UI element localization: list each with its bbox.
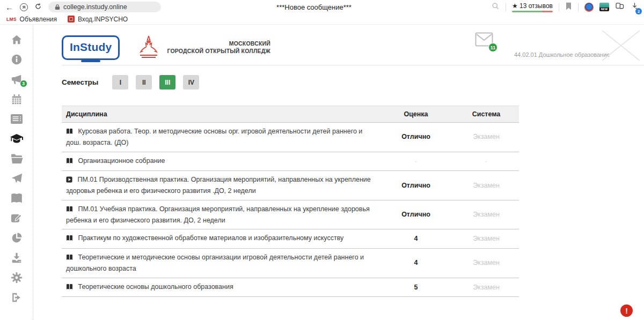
svg-text:я: я — [12, 196, 14, 199]
grade-value: Отлично — [378, 123, 453, 152]
bookmark-label: Вход.INPSYCHO — [78, 16, 128, 23]
semester-button-IV[interactable]: IV — [183, 75, 199, 90]
book-icon — [66, 283, 73, 293]
extension-lens-icon[interactable] — [584, 3, 594, 12]
lock-icon — [55, 4, 60, 10]
svg-text:A: A — [18, 196, 21, 200]
sidebar-item-settings[interactable] — [9, 271, 25, 284]
semester-button-II[interactable]: II — [136, 75, 152, 90]
lms-favicon: LMS — [6, 17, 17, 22]
page-title: ***Новое сообщение*** — [161, 3, 467, 11]
sidebar-item-grades[interactable] — [9, 132, 25, 145]
new-badge: NEW — [599, 8, 609, 11]
semester-selector: Семестры IIIIIIIV — [62, 75, 644, 90]
error-notification-icon[interactable]: ! — [620, 304, 633, 317]
downloads-button[interactable]: 2 — [631, 2, 639, 12]
reviews-count: 13 отзывов — [519, 2, 553, 10]
college-logo: МОСКОВСКИЙ ГОРОДСКОЙ ОТКРЫТЫЙ КОЛЛЕДЖ — [135, 34, 270, 62]
sidebar-item-logout[interactable] — [9, 291, 25, 304]
page-header: InStudy МОСКОВСКИЙ ГОРОДСКОЙ ОТКРЫТЫЙ КО… — [62, 30, 644, 65]
table-row[interactable]: Теоретические основы дошкольного образов… — [62, 278, 519, 297]
refresh-icon[interactable] — [34, 3, 42, 11]
grade-value: Отлично — [378, 200, 453, 229]
grade-value: 4 — [378, 229, 453, 249]
discipline-name: Организационное собрание — [78, 157, 165, 165]
sidebar-item-messages[interactable] — [9, 172, 25, 185]
divider — [578, 3, 579, 11]
edit-icon — [10, 212, 23, 224]
bookmarks-bar: LMS Объявления Вход.INPSYCHO — [0, 14, 644, 25]
search-icon[interactable] — [492, 2, 500, 12]
play-icon — [66, 176, 72, 186]
book-icon — [66, 205, 73, 215]
sidebar: 3 Aя — [0, 25, 33, 320]
browser-toolbar: ← Я college.instudy.online ***Новое сооб… — [0, 0, 644, 14]
home-icon — [10, 34, 23, 46]
bookmark-announcements[interactable]: LMS Объявления — [6, 16, 57, 23]
gear-icon — [11, 272, 23, 284]
semester-button-I[interactable]: I — [112, 75, 128, 90]
sidebar-item-announcements[interactable]: 3 — [9, 72, 25, 86]
book-icon — [66, 254, 73, 264]
messages-button[interactable]: 11 — [475, 32, 493, 49]
column-system: Система — [453, 106, 519, 123]
info-icon — [11, 54, 23, 65]
grade-value: - — [378, 152, 453, 171]
college-tower-icon — [135, 34, 163, 62]
discipline-name: ПМ.01 Учебная практика. Организация меро… — [66, 205, 370, 224]
system-value: Экзамен — [453, 123, 519, 152]
reviews-widget[interactable]: ★ 13 отзывов — [512, 2, 553, 12]
discipline-name: Практикум по художественной обработке ма… — [78, 234, 343, 242]
divider — [559, 3, 559, 11]
table-row[interactable]: Теоретические и методические основы орга… — [62, 249, 519, 278]
table-row[interactable]: ПМ.01 Производственная практика. Организ… — [62, 171, 519, 200]
grades-table: Дисциплина Оценка Система Курсовая работ… — [62, 106, 519, 297]
close-icon[interactable] — [598, 28, 644, 65]
system-value: - — [453, 152, 519, 171]
bookmark-inpsycho[interactable]: Вход.INPSYCHO — [68, 16, 128, 23]
sidebar-item-calendar[interactable] — [9, 92, 25, 106]
system-value: Экзамен — [453, 229, 519, 249]
book-icon — [66, 157, 73, 167]
sidebar-item-translate[interactable]: Aя — [9, 191, 25, 205]
sidebar-item-journal[interactable] — [9, 112, 25, 125]
sidebar-item-info[interactable] — [9, 53, 25, 66]
instudy-logo: InStudy — [62, 35, 120, 60]
address-bar[interactable]: college.instudy.online — [48, 2, 161, 12]
program-name: 44.02.01 Дошкольное образование — [514, 51, 610, 58]
column-discipline: Дисциплина — [62, 106, 378, 123]
table-row[interactable]: ПМ.01 Учебная практика. Организация меро… — [62, 200, 519, 229]
graduation-cap-icon — [10, 133, 24, 145]
bookmark-flag-icon[interactable] — [565, 2, 572, 12]
table-row[interactable]: Курсовая работа. Теор. и методические ос… — [62, 123, 519, 152]
table-row[interactable]: Организационное собрание - - — [62, 152, 519, 171]
sidebar-item-downloads[interactable] — [9, 251, 25, 264]
table-row[interactable]: Практикум по художественной обработке ма… — [62, 229, 519, 249]
messages-badge: 11 — [488, 43, 497, 52]
sidebar-item-home[interactable] — [9, 33, 25, 46]
browser-profile-icon[interactable]: Я — [20, 3, 28, 11]
discipline-name: Курсовая работа. Теор. и методические ос… — [66, 128, 362, 146]
bookmark-label: Объявления — [20, 16, 57, 23]
discipline-name: Теоретические основы дошкольного образов… — [78, 283, 233, 291]
semester-button-III[interactable]: III — [159, 75, 175, 90]
semesters-label: Семестры — [62, 78, 98, 86]
logout-icon — [10, 292, 23, 303]
extension-panel-icon[interactable] — [615, 2, 625, 12]
system-value: Экзамен — [453, 278, 519, 297]
sidebar-item-statistics[interactable] — [9, 231, 25, 244]
main-content: InStudy МОСКОВСКИЙ ГОРОДСКОЙ ОТКРЫТЫЙ КО… — [33, 25, 644, 320]
book-icon — [66, 234, 73, 244]
grade-value: 4 — [378, 249, 453, 278]
inpsycho-favicon — [68, 16, 75, 23]
paper-plane-icon — [10, 173, 23, 184]
book-icon — [66, 128, 73, 138]
grade-value: Отлично — [378, 171, 453, 200]
sidebar-item-files[interactable] — [9, 152, 25, 165]
extension-new-icon[interactable]: NEW — [599, 3, 609, 11]
downloads-badge: 2 — [635, 8, 642, 14]
sidebar-item-edit[interactable] — [9, 211, 25, 225]
back-icon[interactable]: ← — [5, 3, 13, 11]
star-icon: ★ — [512, 2, 518, 10]
system-value: Экзамен — [453, 171, 519, 200]
